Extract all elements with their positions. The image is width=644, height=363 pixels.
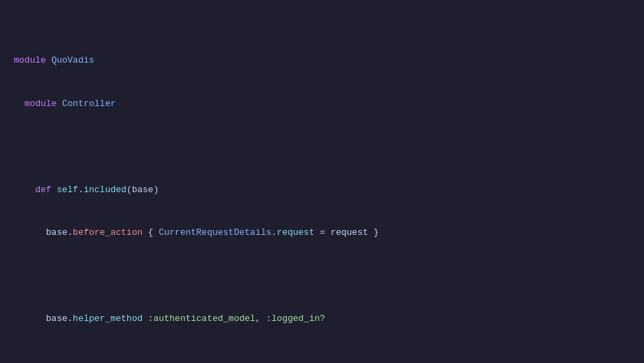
line-7: base.helper_method :authenticated_model,… — [14, 312, 630, 326]
line-4: def self.included(base) — [14, 183, 630, 198]
line-1: module QuoVadis — [14, 54, 630, 68]
line-6 — [14, 269, 630, 283]
line-3 — [14, 140, 630, 154]
line-5: base.before_action { CurrentRequestDetai… — [14, 226, 630, 240]
code-viewer: module QuoVadis module Controller def se… — [0, 0, 644, 363]
line-8 — [14, 355, 630, 363]
line-2: module Controller — [14, 97, 630, 112]
